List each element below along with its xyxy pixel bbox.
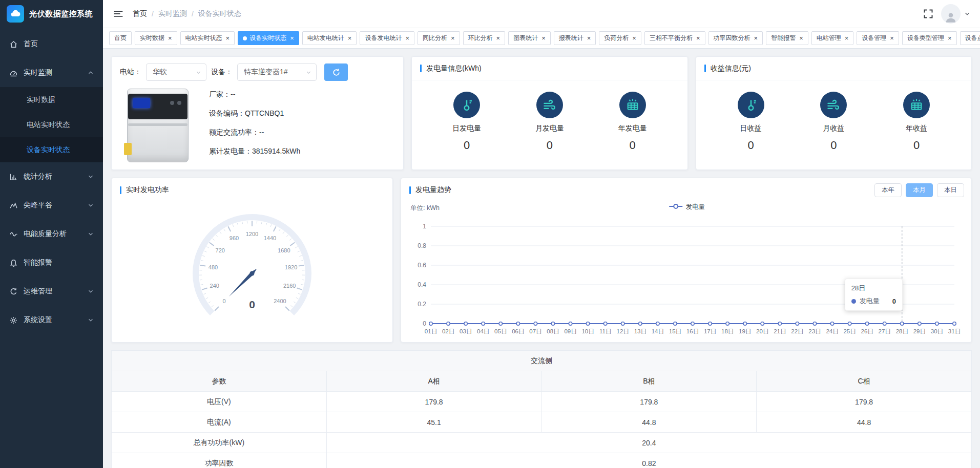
range-button-day[interactable]: 本日 bbox=[937, 183, 964, 197]
breadcrumb-separator: / bbox=[192, 10, 194, 18]
tab-chart-stats[interactable]: 图表统计× bbox=[508, 31, 551, 45]
close-icon[interactable]: × bbox=[290, 35, 294, 41]
close-icon[interactable]: × bbox=[405, 35, 409, 41]
app-title: 光伏数据监控系统 bbox=[29, 9, 93, 19]
metric-label: 年发电量 bbox=[618, 124, 647, 133]
sidebar-item-system-settings[interactable]: 系统设置 bbox=[0, 306, 103, 334]
tab-label: 设备类型管理 bbox=[907, 34, 944, 42]
tab-label: 设备发电统计 bbox=[365, 34, 402, 42]
device-select[interactable]: 特车逆变器1# bbox=[237, 63, 317, 81]
thermometer-icon bbox=[743, 97, 759, 113]
range-button-year[interactable]: 本年 bbox=[874, 183, 902, 197]
sidebar-item-statistics-analysis[interactable]: 统计分析 bbox=[0, 162, 103, 191]
table-header-cell: B相 bbox=[541, 371, 757, 392]
close-icon[interactable]: × bbox=[168, 35, 172, 41]
tab-station-generation-stats[interactable]: 电站发电统计× bbox=[302, 31, 357, 45]
tab-label: 设备点检 bbox=[965, 34, 980, 42]
legend-generation[interactable]: 发电量 bbox=[669, 203, 705, 211]
avatar[interactable] bbox=[941, 4, 961, 24]
device-label: 设备： bbox=[211, 68, 233, 77]
close-icon[interactable]: × bbox=[632, 35, 636, 41]
tab-device-management[interactable]: 设备管理× bbox=[857, 31, 899, 45]
table-title-row: 交流侧 bbox=[112, 351, 972, 371]
device-info-row: 设备编码：QTTCNBQ1 bbox=[209, 108, 300, 119]
range-button-month[interactable]: 本月 bbox=[906, 183, 933, 197]
tab-home[interactable]: 首页 bbox=[109, 31, 132, 45]
chevron-down-icon bbox=[88, 288, 94, 294]
wind-icon bbox=[826, 97, 841, 113]
revenue-card-title-row: 收益信息(元) bbox=[696, 57, 971, 80]
revenue-metrics: 日收益0月收益0年收益0 bbox=[696, 80, 971, 169]
tab-three-phase-unbalance[interactable]: 三相不平衡分析× bbox=[644, 31, 705, 45]
generation-trend-title-row: 发电量趋势 本年本月本日 bbox=[401, 178, 971, 202]
sidebar-item-realtime-monitor[interactable]: 实时监测 bbox=[0, 58, 103, 87]
tab-device-generation-stats[interactable]: 设备发电统计× bbox=[360, 31, 414, 45]
close-icon[interactable]: × bbox=[496, 35, 501, 41]
tab-mom-analysis[interactable]: 环比分析× bbox=[463, 31, 506, 45]
tab-label: 设备管理 bbox=[862, 34, 886, 42]
chevron-down-icon bbox=[88, 231, 94, 237]
tab-device-inspection[interactable]: 设备点检× bbox=[960, 31, 980, 45]
table-param-cell: 电压(V) bbox=[112, 392, 327, 412]
station-select[interactable]: 华软 bbox=[146, 63, 206, 81]
close-icon[interactable]: × bbox=[890, 35, 894, 41]
user-menu[interactable] bbox=[941, 4, 970, 24]
close-icon[interactable]: × bbox=[541, 35, 546, 41]
close-icon[interactable]: × bbox=[587, 35, 591, 41]
tab-yoy-analysis[interactable]: 同比分析× bbox=[418, 31, 460, 45]
device-info-row: 厂家：-- bbox=[209, 89, 300, 100]
sidebar-subitem-realtime-data[interactable]: 实时数据 bbox=[0, 87, 103, 112]
tab-station-realtime-status[interactable]: 电站实时状态× bbox=[180, 31, 235, 45]
tab-device-type-management[interactable]: 设备类型管理× bbox=[902, 31, 957, 45]
svg-text:21日: 21日 bbox=[774, 328, 786, 334]
sidebar-subitem-station-realtime-status[interactable]: 电站实时状态 bbox=[0, 112, 103, 137]
sidebar-item-power-quality[interactable]: 电能质量分析 bbox=[0, 220, 103, 248]
refresh-button[interactable] bbox=[324, 63, 348, 81]
close-icon[interactable]: × bbox=[948, 35, 952, 41]
tab-power-factor-analysis[interactable]: 功率因数分析× bbox=[708, 31, 763, 45]
bar-chart-icon bbox=[9, 173, 18, 181]
fullscreen-icon[interactable] bbox=[923, 9, 933, 19]
chevron-down-icon bbox=[964, 11, 970, 17]
tooltip-series-dot bbox=[851, 299, 856, 304]
device-controls: 电站： 华软 设备： 特车逆变器1# bbox=[120, 63, 395, 81]
metric-icon-circle bbox=[903, 92, 930, 118]
tab-device-realtime-status[interactable]: 设备实时状态× bbox=[238, 31, 299, 45]
generation-trend-card: 发电量趋势 本年本月本日 单位: kWh 发电量 bbox=[401, 178, 972, 343]
app-window: 光伏数据监控系统 首页实时监测实时数据电站实时状态设备实时状态统计分析尖峰平谷电… bbox=[0, 0, 980, 468]
legend-label: 发电量 bbox=[686, 203, 705, 211]
svg-text:1680: 1680 bbox=[278, 247, 290, 253]
table-row: 电压(V)179.8179.8179.8 bbox=[112, 392, 972, 412]
close-icon[interactable]: × bbox=[348, 35, 352, 41]
tab-report-stats[interactable]: 报表统计× bbox=[554, 31, 596, 45]
close-icon[interactable]: × bbox=[451, 35, 455, 41]
tab-realtime-data[interactable]: 实时数据× bbox=[135, 31, 177, 45]
sidebar-item-home[interactable]: 首页 bbox=[0, 30, 103, 58]
close-icon[interactable]: × bbox=[696, 35, 700, 41]
sidebar-item-ops-management[interactable]: 运维管理 bbox=[0, 277, 103, 306]
tab-station-management[interactable]: 电站管理× bbox=[811, 31, 854, 45]
chevron-down-icon bbox=[88, 202, 94, 208]
sidebar-item-smart-alarm[interactable]: 智能报警 bbox=[0, 248, 103, 277]
metric-yearly-generation: 年发电量0 bbox=[618, 92, 647, 152]
breadcrumb-item[interactable]: 首页 bbox=[133, 9, 147, 18]
sidebar-item-peak-valley[interactable]: 尖峰平谷 bbox=[0, 191, 103, 220]
metric-icon-circle bbox=[820, 92, 847, 118]
ac-side-table: 交流侧参数A相B相C相电压(V)179.8179.8179.8电流(A)45.1… bbox=[111, 350, 972, 468]
svg-text:0: 0 bbox=[249, 299, 255, 310]
close-icon[interactable]: × bbox=[226, 35, 230, 41]
sidebar-toggle-button[interactable] bbox=[113, 8, 124, 19]
tab-load-analysis[interactable]: 负荷分析× bbox=[599, 31, 641, 45]
svg-text:31日: 31日 bbox=[948, 328, 961, 334]
trend-chart-area: 单位: kWh 发电量 00.20.40.60.8101日02日03日04日05… bbox=[401, 202, 971, 342]
table-value-cell: 20.4 bbox=[326, 433, 971, 453]
sidebar-subitem-device-realtime-status[interactable]: 设备实时状态 bbox=[0, 137, 103, 162]
tab-smart-alarm[interactable]: 智能报警× bbox=[766, 31, 808, 45]
svg-text:25日: 25日 bbox=[843, 328, 856, 334]
tab-label: 功率因数分析 bbox=[714, 34, 750, 42]
close-icon[interactable]: × bbox=[799, 35, 803, 41]
device-info-label: 累计发电量： bbox=[209, 145, 252, 157]
metric-value: 0 bbox=[464, 139, 470, 152]
close-icon[interactable]: × bbox=[845, 35, 849, 41]
close-icon[interactable]: × bbox=[754, 35, 758, 41]
